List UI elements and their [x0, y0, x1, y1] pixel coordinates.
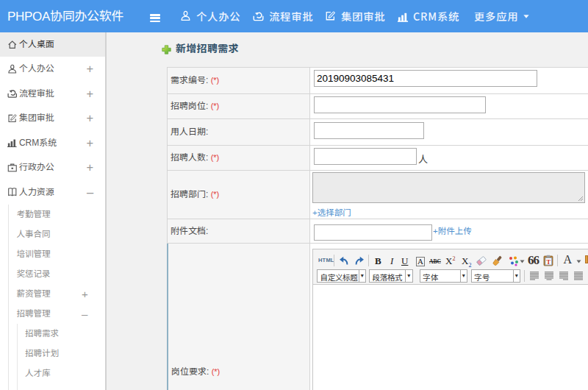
svg-text:T: T [546, 258, 551, 266]
